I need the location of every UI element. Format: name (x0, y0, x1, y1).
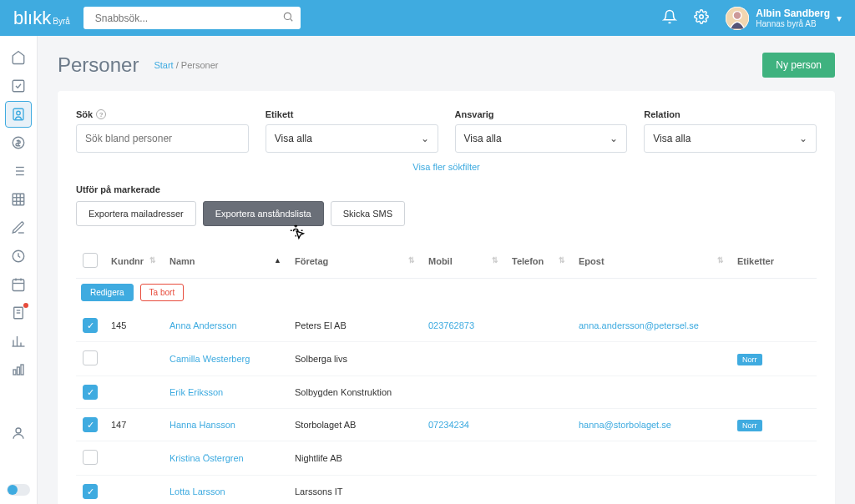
nav-persons[interactable] (5, 101, 32, 128)
person-link[interactable]: Hanna Hansson (169, 420, 235, 430)
svg-point-0 (284, 13, 291, 19)
actions-label: Utför på markerade (76, 184, 817, 194)
user-menu[interactable]: Albin Sandberg Hannas byrå AB ▾ (726, 7, 842, 30)
nav-billing[interactable] (5, 129, 32, 156)
table-row[interactable]: 145Anna AnderssonPeters El AB023762873an… (76, 310, 817, 342)
person-link[interactable]: Lotta Larsson (169, 486, 225, 496)
svg-point-2 (700, 15, 704, 19)
col-epost[interactable]: Epost⇅ (572, 244, 731, 279)
row-actions: Redigera Ta bort (81, 284, 817, 301)
svg-rect-5 (13, 80, 24, 92)
export-anstand-button[interactable]: Exportera anståndslista (203, 201, 324, 226)
person-link[interactable]: Kristina Östergren (169, 453, 244, 463)
send-sms-button[interactable]: Skicka SMS (331, 201, 405, 226)
cell-kundnr (104, 342, 163, 376)
gear-icon[interactable] (694, 9, 709, 27)
help-icon[interactable]: ? (96, 109, 106, 119)
table-row[interactable]: 147Hanna HanssonStorbolaget AB07234234ha… (76, 409, 817, 441)
col-telefon[interactable]: Telefon⇅ (505, 244, 572, 279)
cell-telefon (505, 310, 572, 342)
page-title: Personer (58, 53, 139, 77)
search-icon (282, 11, 294, 25)
col-namn[interactable]: Namn▲ (163, 244, 288, 279)
logo[interactable]: blıkk Byrå (13, 8, 70, 29)
nav-chart[interactable] (5, 328, 32, 355)
quick-search-input[interactable] (90, 9, 282, 28)
cell-telefon (505, 441, 572, 476)
crumb-current: Personer (181, 60, 219, 70)
person-link[interactable]: Anna Andersson (169, 320, 237, 330)
sok-label: Sök ? (76, 109, 249, 119)
select-all-checkbox[interactable] (83, 253, 98, 268)
nav-calendar[interactable] (5, 271, 32, 298)
nav-tasks[interactable] (5, 73, 32, 99)
export-email-button[interactable]: Exportera mailadresser (76, 201, 196, 226)
more-filters-link[interactable]: Visa fler sökfilter (412, 162, 480, 172)
new-person-button[interactable]: Ny person (762, 53, 835, 78)
nav-grid[interactable] (5, 186, 32, 213)
svg-point-4 (733, 11, 741, 19)
user-org: Hannas byrå AB (756, 19, 830, 28)
crumb-start[interactable]: Start (154, 60, 173, 70)
cell-telefon (505, 342, 572, 376)
etikett-label: Etikett (266, 109, 438, 119)
bell-icon[interactable] (662, 9, 677, 27)
card: Sök ? Etikett Visa alla⌄ Ansvarig Visa a… (58, 91, 835, 504)
cell-foretag: Larssons IT (288, 476, 422, 505)
col-foretag[interactable]: Företag⇅ (288, 244, 422, 279)
cell-kundnr: 147 (104, 409, 163, 441)
toggle-icon[interactable] (7, 484, 30, 496)
cell-foretag: Solberga livs (288, 342, 422, 376)
nav-edit[interactable] (5, 214, 32, 241)
cell-foretag: Solbygden Konstruktion (288, 376, 422, 409)
person-link[interactable]: Erik Eriksson (169, 387, 223, 397)
ansvarig-label: Ansvarig (455, 109, 628, 119)
nav-admin[interactable] (5, 420, 32, 446)
table-row[interactable]: Camilla WesterbergSolberga livsNorr (76, 342, 817, 376)
nav-home[interactable] (5, 44, 32, 71)
col-etiketter: Etiketter (731, 244, 817, 279)
row-checkbox[interactable] (83, 350, 98, 365)
nav-time[interactable] (5, 243, 32, 270)
nav-stats[interactable] (5, 356, 32, 383)
topbar: blıkk Byrå Albin Sandberg Hannas byrå AB… (0, 0, 855, 36)
mobil-link[interactable]: 07234234 (428, 420, 469, 430)
footer-toggle[interactable] (7, 484, 30, 496)
delete-button[interactable]: Ta bort (140, 284, 185, 301)
relation-select[interactable]: Visa alla⌄ (644, 124, 817, 153)
email-link[interactable]: anna.andersson@petersel.se (579, 320, 699, 330)
sidenav (0, 36, 38, 504)
table-row[interactable]: Kristina ÖstergrenNightlife AB (76, 441, 817, 476)
row-checkbox[interactable] (83, 450, 98, 465)
mobil-link[interactable]: 023762873 (428, 320, 474, 330)
edit-button[interactable]: Redigera (81, 284, 134, 301)
action-buttons: Exportera mailadresser Exportera anstånd… (76, 201, 817, 226)
email-link[interactable]: hanna@storbolaget.se (579, 420, 671, 430)
sok-input[interactable] (85, 133, 240, 144)
cell-kundnr: 145 (104, 310, 163, 342)
cell-foretag: Peters El AB (288, 310, 422, 342)
row-checkbox[interactable] (83, 417, 98, 432)
nav-report[interactable] (5, 300, 32, 326)
quick-search[interactable] (83, 7, 301, 29)
row-checkbox[interactable] (83, 318, 98, 333)
etikett-badge: Norr (737, 420, 762, 431)
person-link[interactable]: Camilla Westerberg (169, 354, 250, 364)
table-row[interactable]: Lotta LarssonLarssons IT (76, 476, 817, 505)
svg-rect-32 (13, 370, 16, 375)
row-checkbox[interactable] (83, 385, 98, 400)
filters: Sök ? Etikett Visa alla⌄ Ansvarig Visa a… (76, 109, 817, 153)
relation-label: Relation (644, 109, 817, 119)
nav-list[interactable] (5, 158, 32, 184)
svg-rect-21 (13, 280, 24, 291)
cell-kundnr (104, 376, 163, 409)
ansvarig-select[interactable]: Visa alla⌄ (455, 124, 628, 153)
etikett-select[interactable]: Visa alla⌄ (266, 124, 438, 153)
col-kundnr[interactable]: Kundnr⇅ (104, 244, 163, 279)
breadcrumb: Start / Personer (154, 60, 218, 70)
row-checkbox[interactable] (83, 484, 98, 499)
table-row[interactable]: Erik ErikssonSolbygden Konstruktion (76, 376, 817, 409)
persons-table: Kundnr⇅ Namn▲ Företag⇅ Mobil⇅ Telefon⇅ E… (76, 244, 817, 504)
sok-input-wrap[interactable] (76, 124, 249, 153)
col-mobil[interactable]: Mobil⇅ (422, 244, 505, 279)
